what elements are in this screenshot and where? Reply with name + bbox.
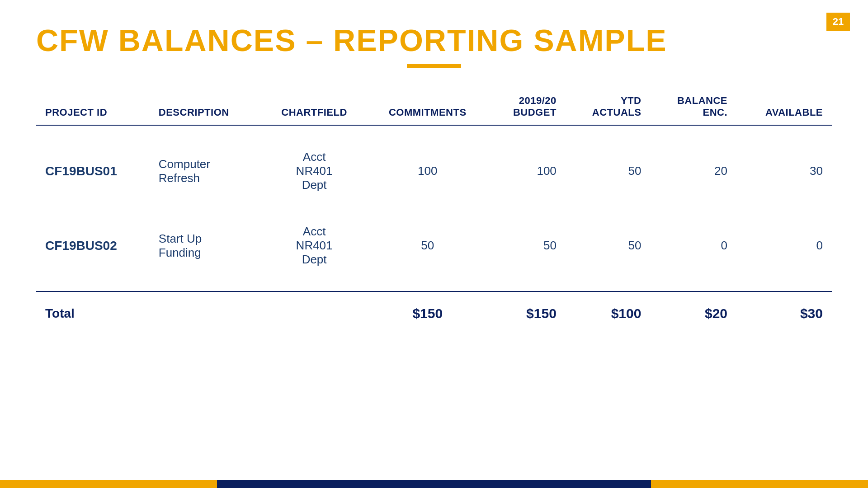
cell-description-1: Computer Refresh [150, 142, 261, 200]
cell-chartfield-2: Acct NR401 Dept [261, 216, 367, 275]
bottom-bar-gold-right [651, 480, 868, 488]
header-enc: BALANCEENC. [650, 90, 736, 125]
header-ytd-actuals: YTD ACTUALS [566, 90, 651, 125]
cell-description-2: Start Up Funding [150, 216, 261, 275]
header-chartfield: CHARTFIELD [261, 90, 367, 125]
cell-chartfield-1: Acct NR401 Dept [261, 142, 367, 200]
slide-title: CFW BALANCES – REPORTING SAMPLE [36, 23, 832, 58]
header-commitments: COMMITMENTS [367, 90, 488, 125]
table-header-row: PROJECT ID DESCRIPTION CHARTFIELD COMMIT… [36, 90, 832, 125]
bottom-bar [0, 480, 868, 488]
total-commitments: $150 [367, 292, 488, 326]
title-underline [407, 64, 461, 68]
page-number: 21 [826, 13, 850, 31]
cell-commitments-2: 50 [367, 216, 488, 275]
bottom-bar-gold-left [0, 480, 217, 488]
table-row: CF19BUS01 Computer Refresh Acct NR401 De… [36, 142, 832, 200]
cell-budget-2: 50 [488, 216, 566, 275]
total-label: Total [36, 292, 150, 326]
cell-available-1: 30 [736, 142, 832, 200]
cell-ytd-2: 50 [566, 216, 651, 275]
cell-commitments-1: 100 [367, 142, 488, 200]
row-spacer-mid [36, 200, 832, 216]
total-empty-desc [150, 292, 261, 326]
row-spacer-bottom [36, 275, 832, 291]
cell-enc-1: 20 [650, 142, 736, 200]
table-wrapper: PROJECT ID DESCRIPTION CHARTFIELD COMMIT… [36, 90, 832, 326]
total-budget: $150 [488, 292, 566, 326]
slide-container: 21 CFW BALANCES – REPORTING SAMPLE PROJE… [0, 0, 868, 488]
cell-project-id-1: CF19BUS01 [36, 142, 150, 200]
total-enc: $20 [650, 292, 736, 326]
bottom-bar-navy [217, 480, 651, 488]
data-table: PROJECT ID DESCRIPTION CHARTFIELD COMMIT… [36, 90, 832, 326]
row-spacer-top-1 [36, 126, 832, 142]
cell-enc-2: 0 [650, 216, 736, 275]
total-ytd: $100 [566, 292, 651, 326]
total-available: $30 [736, 292, 832, 326]
cell-ytd-1: 50 [566, 142, 651, 200]
table-row: CF19BUS02 Start Up Funding Acct NR401 De… [36, 216, 832, 275]
total-empty-chart [261, 292, 367, 326]
header-available: BALANCEAVAILABLE [736, 90, 832, 125]
cell-budget-1: 100 [488, 142, 566, 200]
cell-project-id-2: CF19BUS02 [36, 216, 150, 275]
header-budget: 2019/20 BUDGET [488, 90, 566, 125]
header-description: DESCRIPTION [150, 90, 261, 125]
total-row: Total $150 $150 $100 $20 $30 [36, 292, 832, 326]
cell-available-2: 0 [736, 216, 832, 275]
header-project-id: PROJECT ID [36, 90, 150, 125]
